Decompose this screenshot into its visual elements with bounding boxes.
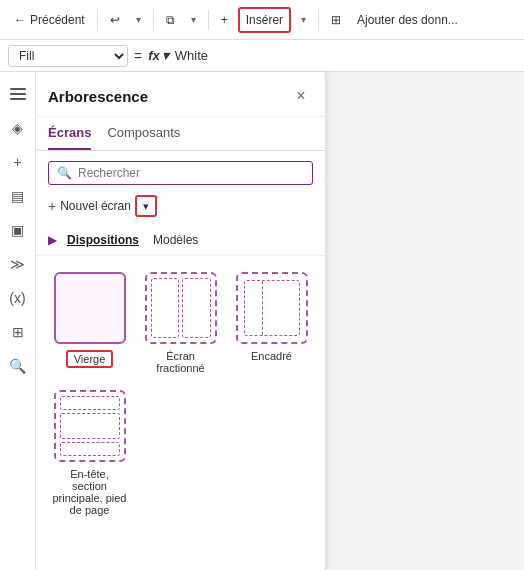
- sidebar-icon-data[interactable]: ▤: [4, 182, 32, 210]
- split-preview: [145, 272, 217, 344]
- divider-3: [208, 10, 209, 30]
- layout-item-encadre[interactable]: Encadré: [234, 272, 309, 374]
- split-right: [182, 278, 211, 338]
- expand-arrow-icon: ▶: [48, 233, 57, 247]
- settings-icon: ⊞: [12, 324, 24, 340]
- sidebar-icon-variables[interactable]: (x): [4, 284, 32, 312]
- layout-item-header-footer[interactable]: En-tête, section principale, pied de pag…: [52, 390, 127, 516]
- sidebar-icon-components[interactable]: ≫: [4, 250, 32, 278]
- apps-icon-btn[interactable]: ⊞: [325, 9, 347, 31]
- new-screen-plus-icon: +: [48, 198, 56, 214]
- encadre-preview: [236, 272, 308, 344]
- equals-sign: =: [134, 48, 142, 64]
- copy-button[interactable]: ⧉: [160, 9, 181, 31]
- hf-label: En-tête, section principale, pied de pag…: [52, 468, 127, 516]
- plus-icon: +: [221, 13, 228, 27]
- sidebar-icon-layers[interactable]: ◈: [4, 114, 32, 142]
- search-section: 🔍: [36, 151, 325, 191]
- hf-inner: [56, 392, 124, 460]
- encadre-side: [245, 281, 263, 335]
- formula-bar: Fill = fx ▾ White: [0, 40, 524, 72]
- panel-tabs: Écrans Composants: [36, 117, 325, 151]
- hf-top: [60, 396, 120, 410]
- components-icon: ≫: [10, 256, 25, 272]
- panel-close-button[interactable]: ×: [289, 84, 313, 108]
- chevron-down-icon: ▾: [143, 200, 149, 213]
- tab-composants[interactable]: Composants: [107, 117, 180, 150]
- layout-item-split[interactable]: Écran fractionné: [143, 272, 218, 374]
- divider-1: [97, 10, 98, 30]
- vierge-label: Vierge: [66, 350, 114, 368]
- split-inner: [147, 274, 215, 342]
- fx-dropdown-icon: ▾: [162, 48, 169, 63]
- media-icon: ▣: [11, 222, 24, 238]
- back-arrow-icon: ←: [14, 13, 26, 27]
- main-area: ◈ + ▤ ▣ ≫ (x) ⊞ 🔍 Arborescence ×: [0, 72, 524, 570]
- layers-icon: ◈: [12, 120, 23, 136]
- left-sidebar: ◈ + ▤ ▣ ≫ (x) ⊞ 🔍: [0, 72, 36, 570]
- tab-dispositions[interactable]: Dispositions: [63, 231, 143, 249]
- sidebar-icon-search[interactable]: 🔍: [4, 352, 32, 380]
- new-screen-dropdown[interactable]: ▾: [135, 195, 157, 217]
- divider-2: [153, 10, 154, 30]
- variables-icon: (x): [9, 290, 25, 306]
- search-wrapper[interactable]: 🔍: [48, 161, 313, 185]
- vierge-label-wrapper: Vierge: [66, 350, 114, 368]
- new-screen-row: + Nouvel écran ▾: [36, 191, 325, 225]
- apps-icon: ⊞: [331, 13, 341, 27]
- arborescence-panel: Arborescence × Écrans Composants 🔍 + Nou…: [36, 72, 326, 570]
- sidebar-icon-add[interactable]: +: [4, 148, 32, 176]
- back-button[interactable]: ← Précédent: [8, 9, 91, 31]
- hf-middle: [60, 413, 120, 439]
- encadre-inner: [238, 274, 306, 342]
- add-data-button[interactable]: Ajouter des donn...: [351, 9, 464, 31]
- undo-button[interactable]: ↩: [104, 9, 126, 31]
- hf-bottom: [60, 442, 120, 456]
- tab-modeles[interactable]: Modèles: [149, 231, 202, 249]
- undo-dropdown[interactable]: ▾: [130, 10, 147, 29]
- insert-dropdown[interactable]: ▾: [295, 10, 312, 29]
- search-input[interactable]: [78, 166, 304, 180]
- panel-title: Arborescence: [48, 88, 148, 105]
- vierge-preview: [54, 272, 126, 344]
- split-label: Écran fractionné: [143, 350, 218, 374]
- divider-4: [318, 10, 319, 30]
- canvas-area[interactable]: [326, 72, 524, 570]
- top-toolbar: ← Précédent ↩ ▾ ⧉ ▾ + Insérer ▾ ⊞ Ajoute…: [0, 0, 524, 40]
- encadre-box: [244, 280, 300, 336]
- encadre-label: Encadré: [251, 350, 292, 362]
- search-icon-inner: 🔍: [57, 166, 72, 180]
- tab-ecrans[interactable]: Écrans: [48, 117, 91, 150]
- layout-grid: Vierge Écran fractionné: [36, 256, 325, 524]
- sidebar-icon-media[interactable]: ▣: [4, 216, 32, 244]
- add-button[interactable]: +: [215, 9, 234, 31]
- new-screen-button[interactable]: + Nouvel écran: [48, 198, 131, 214]
- formula-value: White: [175, 48, 208, 63]
- copy-dropdown[interactable]: ▾: [185, 10, 202, 29]
- search-icon: 🔍: [9, 358, 26, 374]
- hamburger-icon: [10, 88, 26, 100]
- add-icon: +: [13, 154, 21, 170]
- sidebar-icon-hamburger[interactable]: [4, 80, 32, 108]
- layout-item-vierge[interactable]: Vierge: [52, 272, 127, 374]
- dispositions-header: ▶ Dispositions Modèles: [36, 225, 325, 256]
- fx-button[interactable]: fx ▾: [148, 48, 169, 63]
- insert-button[interactable]: Insérer: [238, 7, 291, 33]
- undo-icon: ↩: [110, 13, 120, 27]
- copy-icon: ⧉: [166, 13, 175, 27]
- hf-preview: [54, 390, 126, 462]
- property-select[interactable]: Fill: [8, 45, 128, 67]
- database-icon: ▤: [11, 188, 24, 204]
- sidebar-icon-settings[interactable]: ⊞: [4, 318, 32, 346]
- panel-header: Arborescence ×: [36, 72, 325, 117]
- split-left: [151, 278, 180, 338]
